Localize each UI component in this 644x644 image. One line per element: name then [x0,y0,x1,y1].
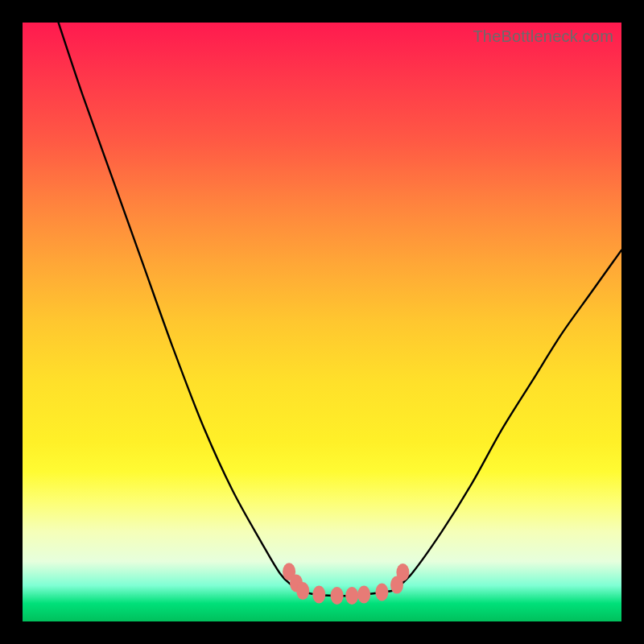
curve-right-branch [394,250,621,591]
chart-frame: TheBottleneck.com [0,0,644,644]
valley-marker [296,582,309,600]
chart-svg [23,23,621,621]
chart-plot-area: TheBottleneck.com [23,23,621,621]
valley-marker [396,564,409,581]
valley-marker [345,587,358,605]
valley-marker [375,584,388,601]
valley-marker [312,586,325,604]
valley-marker-group [283,563,409,605]
valley-marker [357,586,370,604]
curve-left-branch [59,23,301,592]
valley-marker [331,587,344,605]
